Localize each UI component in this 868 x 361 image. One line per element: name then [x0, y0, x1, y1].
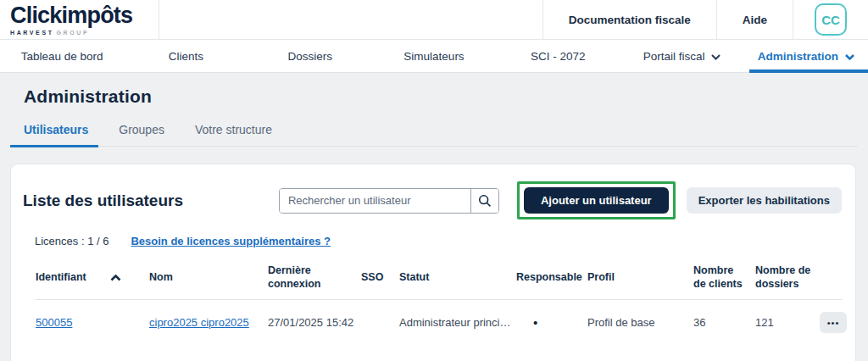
nav-portail-fiscal-label: Portail fiscal [643, 50, 705, 63]
col-nombre-dossiers[interactable]: Nombre de dossiers [755, 264, 820, 291]
avatar-cell: CC [793, 0, 868, 39]
nav-dossiers[interactable]: Dossiers [248, 40, 372, 72]
search-icon [478, 194, 492, 208]
panel-title: Liste des utilisateurs [23, 192, 183, 210]
col-identifiant[interactable]: Identifiant [36, 271, 149, 285]
col-nom[interactable]: Nom [149, 271, 268, 285]
col-derniere-connexion[interactable]: Dernière connexion [268, 264, 361, 291]
sort-ascending-icon[interactable] [110, 275, 121, 281]
app-logo[interactable]: Clickimpôts HARVESTGROUP [0, 0, 159, 39]
brand-subtitle: HARVESTGROUP [10, 30, 159, 36]
user-avatar[interactable]: CC [815, 3, 847, 36]
panel-header: Liste des utilisateurs Ajouter un utilis… [23, 181, 842, 219]
topbar-spacer [159, 0, 542, 39]
responsable-dot-icon: • [516, 315, 587, 330]
annotation-highlight: Ajouter un utilisateur [517, 181, 676, 219]
brand-sub-harvest: HARVEST [10, 30, 54, 36]
col-sso[interactable]: SSO [361, 271, 399, 285]
cell-profil: Profil de base [587, 316, 693, 329]
tab-groupes[interactable]: Groupes [119, 123, 164, 146]
table-row: 500055 cipro2025 cipro2025 27/01/2025 15… [36, 300, 842, 345]
cell-nom: cipro2025 cipro2025 [149, 316, 268, 329]
admin-tabs: Utilisateurs Groupes Votre structure [10, 123, 858, 147]
nav-administration[interactable]: Administration [744, 40, 868, 72]
tab-votre-structure[interactable]: Votre structure [195, 123, 272, 146]
ellipsis-icon: ••• [827, 318, 840, 328]
brand-name: Clickimpôts [10, 4, 159, 27]
active-nav-underline [749, 69, 868, 73]
aide-link[interactable]: Aide [716, 0, 793, 39]
table-header-row: Identifiant Nom Dernière connexion SSO S… [36, 264, 842, 300]
users-table: Identifiant Nom Dernière connexion SSO S… [36, 264, 842, 345]
cell-identifiant: 500055 [36, 316, 149, 329]
chevron-down-icon [845, 54, 854, 60]
licenses-more-link[interactable]: Besoin de licences supplémentaires ? [131, 235, 331, 247]
nav-administration-label: Administration [758, 50, 838, 63]
user-id-link[interactable]: 500055 [36, 316, 72, 329]
add-user-button[interactable]: Ajouter un utilisateur [524, 187, 669, 214]
cell-nombre-dossiers: 121 [755, 316, 820, 329]
chevron-down-icon [711, 54, 721, 60]
nav-sci-2072[interactable]: SCI - 2072 [496, 40, 620, 72]
col-identifiant-label: Identifiant [36, 271, 86, 285]
cell-nombre-clients: 36 [693, 316, 755, 329]
nav-clients[interactable]: Clients [124, 40, 248, 72]
licenses-row: Licences : 1 / 6 Besoin de licences supp… [35, 235, 842, 247]
nav-portail-fiscal[interactable]: Portail fiscal [620, 40, 743, 72]
export-permissions-button[interactable]: Exporter les habilitations [687, 187, 842, 214]
col-profil[interactable]: Profil [587, 271, 693, 285]
top-bar: Clickimpôts HARVESTGROUP Documentation f… [0, 0, 868, 40]
col-nombre-clients[interactable]: Nombre de clients [693, 264, 755, 291]
users-list-panel: Liste des utilisateurs Ajouter un utilis… [10, 164, 856, 361]
nav-tableau-de-bord[interactable]: Tableau de bord [0, 40, 124, 72]
page-title: Administration [24, 86, 868, 107]
brand-sub-group: GROUP [57, 30, 90, 36]
row-actions-menu-button[interactable]: ••• [820, 312, 847, 333]
documentation-fiscale-link[interactable]: Documentation fiscale [542, 0, 716, 39]
user-name-link[interactable]: cipro2025 cipro2025 [149, 316, 249, 329]
cell-statut: Administrateur princi… [399, 316, 516, 329]
tab-utilisateurs[interactable]: Utilisateurs [24, 123, 88, 146]
search-input[interactable] [280, 189, 470, 213]
search-button[interactable] [471, 189, 498, 213]
licenses-count: Licences : 1 / 6 [35, 235, 108, 247]
cell-derniere-connexion: 27/01/2025 15:42 [268, 316, 361, 329]
user-search-box [279, 188, 499, 214]
col-statut[interactable]: Statut [399, 271, 516, 285]
main-nav: Tableau de bord Clients Dossiers Simulat… [0, 40, 868, 73]
nav-simulateurs[interactable]: Simulateurs [372, 40, 496, 72]
col-responsable[interactable]: Responsable [516, 271, 587, 285]
